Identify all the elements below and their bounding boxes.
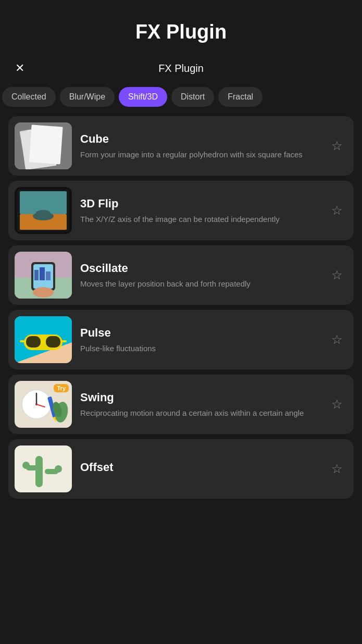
plugin-card-oscillate[interactable]: Oscillate Moves the layer position back … [8,245,354,305]
try-badge-swing: Try [54,384,69,392]
plugin-card-swing[interactable]: Try Swing Reciprocating motion around a … [8,375,354,434]
svg-rect-38 [15,445,72,492]
star-icon-swing: ☆ [331,397,343,412]
star-icon-cube: ☆ [331,139,343,153]
svg-rect-24 [46,336,60,348]
star-button-3dflip[interactable]: ☆ [328,201,346,220]
plugin-desc-pulse: Pulse-like fluctuations [80,343,322,354]
svg-rect-23 [26,336,41,348]
star-button-oscillate[interactable]: ☆ [328,266,346,284]
plugin-thumbnail-cube [15,122,72,169]
plugin-thumbnail-3dflip [15,187,72,234]
star-button-cube[interactable]: ☆ [328,137,346,155]
svg-rect-27 [60,340,67,342]
page-title: FX Plugin [0,0,362,54]
svg-point-11 [36,210,51,216]
plugin-card-3dflip[interactable]: 3D Flip The X/Y/Z axis of the image can … [8,181,354,240]
plugin-desc-oscillate: Moves the layer position back and forth … [80,278,322,289]
star-icon-oscillate: ☆ [331,268,343,282]
star-icon-offset: ☆ [331,462,343,476]
svg-point-19 [33,287,54,298]
star-button-pulse[interactable]: ☆ [328,330,346,349]
tab-distort[interactable]: Distort [171,87,214,107]
plugin-name-pulse: Pulse [80,326,322,340]
plugin-thumbnail-swing: Try [15,381,72,428]
star-icon-3dflip: ☆ [331,203,343,218]
svg-rect-1 [20,127,54,167]
svg-point-43 [55,465,62,473]
svg-point-42 [22,462,30,469]
plugin-card-pulse[interactable]: Pulse Pulse-like fluctuations ☆ [8,310,354,369]
svg-point-4 [37,135,46,144]
plugin-info-swing: Swing Reciprocating motion around a cert… [72,391,328,418]
svg-rect-0 [15,122,72,169]
plugin-thumbnail-oscillate [15,252,72,299]
plugin-info-pulse: Pulse Pulse-like fluctuations [72,326,328,354]
svg-rect-25 [41,341,46,343]
header-title: FX Plugin [158,63,204,75]
plugin-name-3dflip: 3D Flip [80,197,322,210]
svg-rect-18 [46,271,51,280]
plugin-info-oscillate: Oscillate Moves the layer position back … [72,262,328,289]
plugins-list: Cube Form your image into a regular poly… [0,111,362,504]
svg-rect-2 [29,126,60,164]
plugin-name-cube: Cube [80,132,322,146]
svg-rect-26 [20,340,26,342]
plugin-name-offset: Offset [80,461,322,474]
plugin-thumbnail-offset [15,445,72,492]
svg-rect-17 [40,267,45,280]
star-button-offset[interactable]: ☆ [328,460,346,478]
plugin-desc-swing: Reciprocating motion around a certain ax… [80,407,322,418]
star-icon-pulse: ☆ [331,332,343,347]
tab-fractal[interactable]: Fractal [218,87,263,107]
plugin-thumbnail-pulse [15,316,72,363]
tab-collected[interactable]: Collected [2,87,56,107]
svg-rect-16 [34,270,39,280]
plugin-info-cube: Cube Form your image into a regular poly… [72,132,328,160]
tab-shift-3d[interactable]: Shift/3D [119,87,167,107]
plugin-name-oscillate: Oscillate [80,262,322,275]
plugin-desc-3dflip: The X/Y/Z axis of the image can be rotat… [80,214,322,225]
plugin-card-cube[interactable]: Cube Form your image into a regular poly… [8,116,354,176]
svg-rect-5 [38,144,46,156]
plugin-card-offset[interactable]: Offset ☆ [8,439,354,499]
close-button[interactable]: ✕ [10,59,29,78]
plugin-info-offset: Offset [72,461,328,477]
star-button-swing[interactable]: ☆ [328,395,346,414]
plugin-info-3dflip: 3D Flip The X/Y/Z axis of the image can … [72,197,328,225]
plugin-name-swing: Swing [80,391,322,404]
tabs-bar: Collected Blur/Wipe Shift/3D Distort Fra… [0,83,362,111]
plugin-desc-cube: Form your image into a regular polyhedro… [80,149,322,160]
svg-rect-39 [35,456,43,487]
header-bar: ✕ FX Plugin [0,54,362,83]
tab-blur-wipe[interactable]: Blur/Wipe [60,87,115,107]
svg-rect-3 [27,129,57,166]
